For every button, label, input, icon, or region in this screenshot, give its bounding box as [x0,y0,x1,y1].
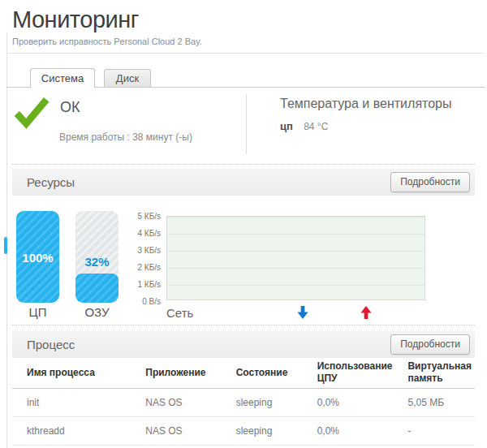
cell-state: sleeping [224,389,305,417]
resources-section-header: Ресурсы Подробности [12,169,475,196]
process-heading: Процесс [27,331,75,358]
cpu-gauge-value: 100% [16,250,59,264]
cell-process-name: kthreadd [12,417,133,446]
cell-virtual-memory: - [395,417,475,446]
y-axis-tick: 3 КБ/s [106,246,161,255]
process-details-button[interactable]: Подробности [390,334,470,355]
cpu-gauge-label: ЦП [16,305,59,319]
header-divider [6,53,485,54]
page-subtitle: Проверить исправность Personal Cloud 2 B… [12,37,202,46]
resources-details-button[interactable]: Подробности [390,172,470,192]
process-table-header-row: Имя процесса Приложение Состояние Исполь… [12,357,475,389]
cpu-gauge: 100% [16,211,59,303]
column-header-cpu-usage: Использование ЦПУ [305,357,396,389]
ram-gauge-value: 32% [75,255,119,269]
table-row: kthreadd NAS OS sleeping 0,0% - [12,417,475,446]
network-chart-plot-area [166,216,425,300]
y-axis-tick: 4 КБ/s [106,229,161,238]
column-header-process-name: Имя процесса [12,357,133,389]
y-axis-tick: 0 B/s [106,297,161,306]
y-axis-tick: 5 КБ/s [106,212,161,221]
monitoring-page: Мониторинг Проверить исправность Persona… [0,0,487,448]
cell-state: sleeping [224,417,305,446]
sensor-name: цп [280,120,293,132]
uptime-text: Время работы : 38 минут (-ы) [59,131,192,143]
temperature-row: цп 84 °C [280,120,328,132]
column-header-virtual-memory: Виртуальная память [395,357,475,389]
y-axis-tick: 1 КБ/s [106,280,161,289]
download-arrow-icon [297,306,308,322]
cell-cpu-usage: 0,0% [305,417,396,446]
status-vertical-divider [246,94,247,154]
ram-gauge: 32% [75,211,119,303]
upload-arrow-icon [360,306,372,322]
cell-cpu-usage: 0,0% [305,389,396,417]
tab-system[interactable]: Система [30,68,95,88]
cell-process-name: init [12,389,133,417]
temperature-heading: Температура и вентиляторы [280,97,452,111]
ok-check-icon [14,95,50,132]
cell-virtual-memory: 5,05 МБ [395,389,475,417]
health-status-label: ОК [60,99,80,116]
network-label: Сеть [166,306,193,320]
process-table: Имя процесса Приложение Состояние Исполь… [12,357,475,446]
ram-gauge-label: ОЗУ [75,305,119,319]
process-section-header: Процесс Подробности [12,331,475,358]
sensor-value: 84 °C [304,121,328,132]
page-title: Мониторинг [12,6,139,33]
left-scrollbar-thumb[interactable] [4,237,7,254]
table-row: init NAS OS sleeping 0,0% 5,05 МБ [12,389,475,417]
column-header-application: Приложение [133,357,223,389]
cell-application: NAS OS [133,389,223,417]
process-top-divider [12,325,475,325]
tab-disk[interactable]: Диск [104,69,151,87]
resources-top-divider [12,164,475,165]
cell-application: NAS OS [133,417,223,446]
resources-heading: Ресурсы [27,169,75,196]
column-header-state: Состояние [224,357,305,389]
